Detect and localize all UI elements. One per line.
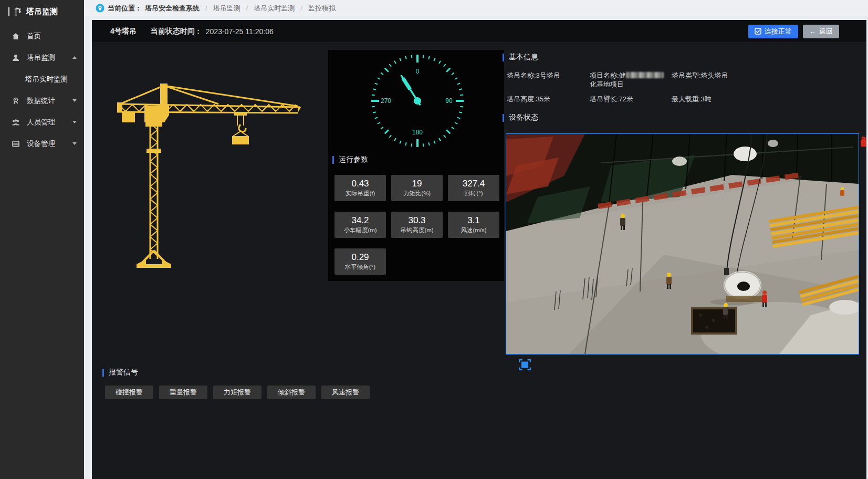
status-topbar: 4号塔吊 当前状态时间： 2023-07-25 11:20:06 连接正常 ← … — [92, 20, 866, 43]
back-button[interactable]: ← 返回 — [803, 25, 839, 38]
param-value: 30.3 — [408, 215, 425, 226]
crane-title: 4号塔吊 — [110, 27, 137, 36]
compass-label-90: 90 — [445, 97, 453, 105]
param-value: 3.1 — [467, 215, 480, 226]
badge-icon — [12, 97, 20, 105]
breadcrumb-item[interactable]: 塔吊监测 — [213, 4, 240, 13]
field-crane-name: 塔吊名称:3号塔吊 — [507, 71, 560, 80]
section-accent-bar — [503, 54, 504, 61]
compass-label-0: 0 — [416, 68, 420, 75]
device-status-title: 设备状态 — [503, 113, 538, 122]
breadcrumb-item[interactable]: 监控模拟 — [308, 4, 336, 13]
param-tile: 0.43 实际吊重(t) — [334, 175, 386, 201]
sidebar-item-crane-realtime[interactable]: 塔吊实时监测 — [0, 68, 84, 90]
location-pin-icon — [96, 4, 104, 13]
param-value: 19 — [412, 179, 422, 189]
section-title-text: 运行参数 — [339, 155, 368, 164]
alarm-weight-button[interactable]: 重量报警 — [159, 386, 207, 399]
redacted-text — [626, 72, 664, 78]
crane-hook-and-load — [232, 112, 249, 144]
project-name-suffix: 化基地项目 — [590, 80, 624, 88]
param-value: 0.29 — [351, 252, 369, 263]
back-arrow-icon: ← — [809, 28, 816, 35]
user-icon — [12, 54, 20, 62]
capture-frame-icon[interactable] — [519, 359, 531, 372]
back-label: 返回 — [819, 27, 833, 36]
breadcrumb-root[interactable]: 塔吊安全检查系统 — [145, 4, 200, 13]
alarm-wind-button[interactable]: 风速报警 — [321, 386, 370, 399]
sidebar-item-devices[interactable]: 设备管理 — [0, 133, 84, 154]
camera-icon — [860, 136, 866, 151]
section-accent-bar — [102, 369, 104, 377]
section-title-text: 报警信号 — [109, 368, 138, 377]
param-tile: 30.3 吊钩高度(m) — [391, 212, 443, 238]
sidebar-item-label: 塔吊实时监测 — [25, 75, 68, 84]
rotation-compass-gauge: 0 90 180 270 — [328, 50, 504, 153]
field-crane-type: 塔吊类型:塔头塔吊 — [672, 71, 728, 80]
param-label: 实际吊重(t) — [346, 190, 375, 197]
param-label: 风速(m/s) — [461, 226, 486, 234]
param-value: 327.4 — [463, 179, 485, 189]
alarm-buttons-row: 碰撞报警 重量报警 力矩报警 倾斜报警 风速报警 — [105, 386, 370, 399]
logo-title: 塔吊监测 — [26, 7, 58, 17]
section-title-text: 设备状态 — [509, 113, 538, 122]
alarm-signals-title: 报警信号 — [102, 368, 138, 377]
param-label: 吊钩高度(m) — [400, 226, 433, 234]
sidebar-item-label: 设备管理 — [27, 139, 55, 149]
run-params-title: 运行参数 — [332, 155, 368, 164]
alarm-moment-button[interactable]: 力矩报警 — [213, 386, 262, 399]
param-label: 水平倾角(°) — [345, 263, 375, 271]
basic-info-title: 基本信息 — [503, 53, 538, 62]
sidebar-item-data-stats[interactable]: 数据统计 — [0, 90, 84, 111]
run-params-tiles: 0.43 实际吊重(t) 19 力矩比(%) 327.4 回转(°) 34.2 … — [334, 175, 499, 275]
gauge-panel: 0 90 180 270 运行参数 0.43 实际吊重(t) 19 — [328, 50, 504, 281]
sidebar-item-label: 首页 — [27, 32, 41, 41]
breadcrumb: 当前位置： 塔吊安全检查系统 / 塔吊监测 / 塔吊实时监测 / 监控模拟 — [84, 0, 868, 16]
compass-label-270: 270 — [381, 97, 391, 105]
param-tile: 34.2 小车幅度(m) — [334, 212, 386, 238]
site-camera-feed — [506, 133, 859, 355]
param-tile: 3.1 风速(m/s) — [448, 212, 499, 238]
alarm-tilt-button[interactable]: 倾斜报警 — [267, 386, 316, 399]
sidebar-item-label: 人员管理 — [27, 118, 55, 127]
crane-tower-head — [160, 84, 168, 106]
connect-status-button[interactable]: 连接正常 — [748, 25, 798, 38]
chevron-down-icon — [72, 142, 77, 145]
crane-cab — [144, 106, 169, 122]
field-max-load: 最大载重:3吨 — [672, 95, 712, 103]
section-title-text: 基本信息 — [509, 53, 538, 62]
chevron-down-icon — [72, 121, 77, 123]
param-tile: 327.4 回转(°) — [448, 175, 499, 201]
alarm-collision-button[interactable]: 碰撞报警 — [105, 386, 153, 399]
crane-logo-icon — [14, 7, 22, 16]
tower-crane-illustration — [116, 81, 305, 270]
people-icon — [12, 118, 20, 127]
sidebar-item-crane-monitor[interactable]: 塔吊监测 — [0, 47, 84, 68]
home-icon — [12, 32, 20, 40]
logo-divider — [8, 7, 9, 16]
status-time-value: 2023-07-25 11:20:06 — [206, 27, 274, 36]
param-value: 34.2 — [351, 215, 369, 226]
connect-status-label: 连接正常 — [765, 27, 792, 36]
breadcrumb-item[interactable]: 塔吊实时监测 — [254, 4, 295, 13]
app-logo: 塔吊监测 — [0, 0, 84, 23]
chevron-up-icon — [72, 56, 77, 59]
status-time-label: 当前状态时间： — [151, 27, 202, 36]
field-crane-height: 塔吊高度:35米 — [507, 95, 550, 103]
breadcrumb-separator: / — [300, 4, 302, 12]
sidebar-item-label: 数据统计 — [27, 96, 55, 106]
param-label: 力矩比(%) — [403, 190, 431, 197]
breadcrumb-separator: / — [246, 4, 248, 12]
chevron-down-icon — [72, 99, 77, 102]
param-tile: 19 力矩比(%) — [391, 175, 443, 201]
sidebar-item-home[interactable]: 首页 — [0, 25, 84, 47]
compass-needle — [398, 73, 423, 107]
sidebar-item-personnel[interactable]: 人员管理 — [0, 111, 84, 133]
section-accent-bar — [503, 114, 504, 122]
crane-counterweight — [122, 112, 135, 122]
param-label: 小车幅度(m) — [343, 226, 377, 234]
checkbox-icon — [755, 28, 761, 35]
section-accent-bar — [332, 156, 334, 164]
sidebar-item-label: 塔吊监测 — [27, 53, 55, 63]
param-label: 回转(°) — [464, 190, 483, 197]
